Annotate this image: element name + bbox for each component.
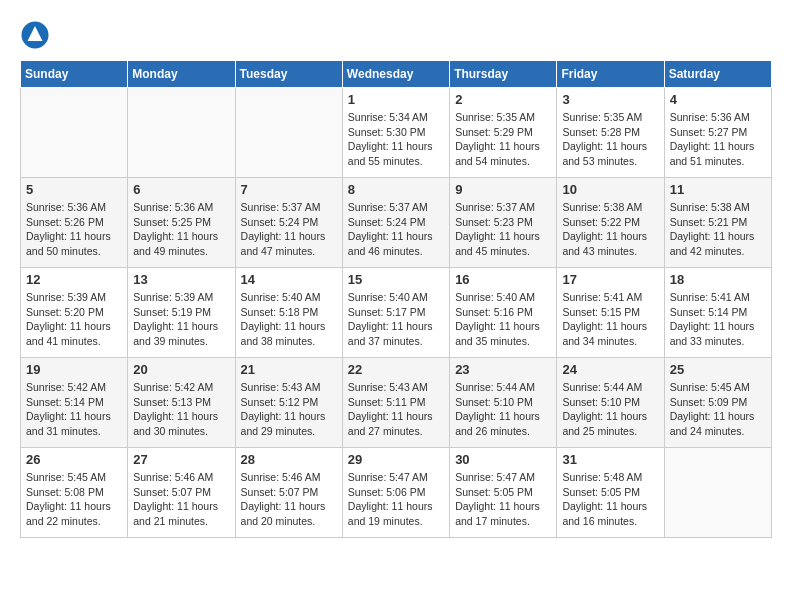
day-info: Sunrise: 5:39 AMSunset: 5:19 PMDaylight:… [133, 290, 229, 349]
day-info: Sunrise: 5:36 AMSunset: 5:27 PMDaylight:… [670, 110, 766, 169]
day-cell: 15Sunrise: 5:40 AMSunset: 5:17 PMDayligh… [342, 268, 449, 358]
day-cell: 9Sunrise: 5:37 AMSunset: 5:23 PMDaylight… [450, 178, 557, 268]
logo-icon [20, 20, 50, 50]
day-number: 24 [562, 362, 658, 377]
day-number: 14 [241, 272, 337, 287]
day-cell: 28Sunrise: 5:46 AMSunset: 5:07 PMDayligh… [235, 448, 342, 538]
day-number: 4 [670, 92, 766, 107]
day-cell: 31Sunrise: 5:48 AMSunset: 5:05 PMDayligh… [557, 448, 664, 538]
day-info: Sunrise: 5:36 AMSunset: 5:25 PMDaylight:… [133, 200, 229, 259]
week-row-5: 26Sunrise: 5:45 AMSunset: 5:08 PMDayligh… [21, 448, 772, 538]
day-number: 27 [133, 452, 229, 467]
day-info: Sunrise: 5:44 AMSunset: 5:10 PMDaylight:… [455, 380, 551, 439]
day-cell [128, 88, 235, 178]
day-number: 9 [455, 182, 551, 197]
day-info: Sunrise: 5:43 AMSunset: 5:11 PMDaylight:… [348, 380, 444, 439]
week-row-1: 1Sunrise: 5:34 AMSunset: 5:30 PMDaylight… [21, 88, 772, 178]
day-cell: 4Sunrise: 5:36 AMSunset: 5:27 PMDaylight… [664, 88, 771, 178]
day-header-monday: Monday [128, 61, 235, 88]
calendar-table: SundayMondayTuesdayWednesdayThursdayFrid… [20, 60, 772, 538]
day-cell: 24Sunrise: 5:44 AMSunset: 5:10 PMDayligh… [557, 358, 664, 448]
day-cell [235, 88, 342, 178]
day-number: 21 [241, 362, 337, 377]
day-info: Sunrise: 5:37 AMSunset: 5:24 PMDaylight:… [241, 200, 337, 259]
day-cell: 18Sunrise: 5:41 AMSunset: 5:14 PMDayligh… [664, 268, 771, 358]
day-cell: 2Sunrise: 5:35 AMSunset: 5:29 PMDaylight… [450, 88, 557, 178]
day-cell: 13Sunrise: 5:39 AMSunset: 5:19 PMDayligh… [128, 268, 235, 358]
day-info: Sunrise: 5:39 AMSunset: 5:20 PMDaylight:… [26, 290, 122, 349]
week-row-2: 5Sunrise: 5:36 AMSunset: 5:26 PMDaylight… [21, 178, 772, 268]
day-number: 16 [455, 272, 551, 287]
day-number: 23 [455, 362, 551, 377]
day-info: Sunrise: 5:35 AMSunset: 5:29 PMDaylight:… [455, 110, 551, 169]
day-number: 18 [670, 272, 766, 287]
day-cell: 21Sunrise: 5:43 AMSunset: 5:12 PMDayligh… [235, 358, 342, 448]
day-cell: 30Sunrise: 5:47 AMSunset: 5:05 PMDayligh… [450, 448, 557, 538]
day-number: 5 [26, 182, 122, 197]
day-cell: 19Sunrise: 5:42 AMSunset: 5:14 PMDayligh… [21, 358, 128, 448]
day-info: Sunrise: 5:40 AMSunset: 5:16 PMDaylight:… [455, 290, 551, 349]
svg-rect-2 [31, 37, 40, 42]
week-row-4: 19Sunrise: 5:42 AMSunset: 5:14 PMDayligh… [21, 358, 772, 448]
day-cell: 5Sunrise: 5:36 AMSunset: 5:26 PMDaylight… [21, 178, 128, 268]
day-info: Sunrise: 5:36 AMSunset: 5:26 PMDaylight:… [26, 200, 122, 259]
day-number: 22 [348, 362, 444, 377]
day-info: Sunrise: 5:42 AMSunset: 5:13 PMDaylight:… [133, 380, 229, 439]
day-number: 10 [562, 182, 658, 197]
day-number: 3 [562, 92, 658, 107]
day-cell [664, 448, 771, 538]
day-number: 7 [241, 182, 337, 197]
day-cell: 27Sunrise: 5:46 AMSunset: 5:07 PMDayligh… [128, 448, 235, 538]
day-cell: 25Sunrise: 5:45 AMSunset: 5:09 PMDayligh… [664, 358, 771, 448]
day-info: Sunrise: 5:47 AMSunset: 5:05 PMDaylight:… [455, 470, 551, 529]
day-header-tuesday: Tuesday [235, 61, 342, 88]
day-info: Sunrise: 5:38 AMSunset: 5:22 PMDaylight:… [562, 200, 658, 259]
day-cell: 16Sunrise: 5:40 AMSunset: 5:16 PMDayligh… [450, 268, 557, 358]
day-header-friday: Friday [557, 61, 664, 88]
day-cell: 20Sunrise: 5:42 AMSunset: 5:13 PMDayligh… [128, 358, 235, 448]
day-header-thursday: Thursday [450, 61, 557, 88]
day-info: Sunrise: 5:34 AMSunset: 5:30 PMDaylight:… [348, 110, 444, 169]
day-info: Sunrise: 5:44 AMSunset: 5:10 PMDaylight:… [562, 380, 658, 439]
day-cell: 26Sunrise: 5:45 AMSunset: 5:08 PMDayligh… [21, 448, 128, 538]
day-info: Sunrise: 5:46 AMSunset: 5:07 PMDaylight:… [133, 470, 229, 529]
day-cell: 12Sunrise: 5:39 AMSunset: 5:20 PMDayligh… [21, 268, 128, 358]
day-number: 29 [348, 452, 444, 467]
day-cell: 1Sunrise: 5:34 AMSunset: 5:30 PMDaylight… [342, 88, 449, 178]
day-cell [21, 88, 128, 178]
day-header-sunday: Sunday [21, 61, 128, 88]
day-number: 13 [133, 272, 229, 287]
header-row: SundayMondayTuesdayWednesdayThursdayFrid… [21, 61, 772, 88]
page-header [20, 20, 772, 50]
day-cell: 7Sunrise: 5:37 AMSunset: 5:24 PMDaylight… [235, 178, 342, 268]
day-info: Sunrise: 5:45 AMSunset: 5:09 PMDaylight:… [670, 380, 766, 439]
day-cell: 11Sunrise: 5:38 AMSunset: 5:21 PMDayligh… [664, 178, 771, 268]
day-number: 6 [133, 182, 229, 197]
day-cell: 14Sunrise: 5:40 AMSunset: 5:18 PMDayligh… [235, 268, 342, 358]
day-number: 30 [455, 452, 551, 467]
day-header-saturday: Saturday [664, 61, 771, 88]
day-info: Sunrise: 5:48 AMSunset: 5:05 PMDaylight:… [562, 470, 658, 529]
day-info: Sunrise: 5:40 AMSunset: 5:18 PMDaylight:… [241, 290, 337, 349]
day-cell: 29Sunrise: 5:47 AMSunset: 5:06 PMDayligh… [342, 448, 449, 538]
day-cell: 10Sunrise: 5:38 AMSunset: 5:22 PMDayligh… [557, 178, 664, 268]
day-cell: 3Sunrise: 5:35 AMSunset: 5:28 PMDaylight… [557, 88, 664, 178]
day-number: 2 [455, 92, 551, 107]
day-info: Sunrise: 5:41 AMSunset: 5:14 PMDaylight:… [670, 290, 766, 349]
day-number: 28 [241, 452, 337, 467]
week-row-3: 12Sunrise: 5:39 AMSunset: 5:20 PMDayligh… [21, 268, 772, 358]
day-info: Sunrise: 5:45 AMSunset: 5:08 PMDaylight:… [26, 470, 122, 529]
day-number: 8 [348, 182, 444, 197]
day-cell: 17Sunrise: 5:41 AMSunset: 5:15 PMDayligh… [557, 268, 664, 358]
day-header-wednesday: Wednesday [342, 61, 449, 88]
day-cell: 22Sunrise: 5:43 AMSunset: 5:11 PMDayligh… [342, 358, 449, 448]
day-info: Sunrise: 5:37 AMSunset: 5:23 PMDaylight:… [455, 200, 551, 259]
day-number: 11 [670, 182, 766, 197]
day-info: Sunrise: 5:43 AMSunset: 5:12 PMDaylight:… [241, 380, 337, 439]
day-number: 25 [670, 362, 766, 377]
day-info: Sunrise: 5:46 AMSunset: 5:07 PMDaylight:… [241, 470, 337, 529]
logo [20, 20, 54, 50]
day-info: Sunrise: 5:42 AMSunset: 5:14 PMDaylight:… [26, 380, 122, 439]
day-cell: 23Sunrise: 5:44 AMSunset: 5:10 PMDayligh… [450, 358, 557, 448]
day-number: 20 [133, 362, 229, 377]
